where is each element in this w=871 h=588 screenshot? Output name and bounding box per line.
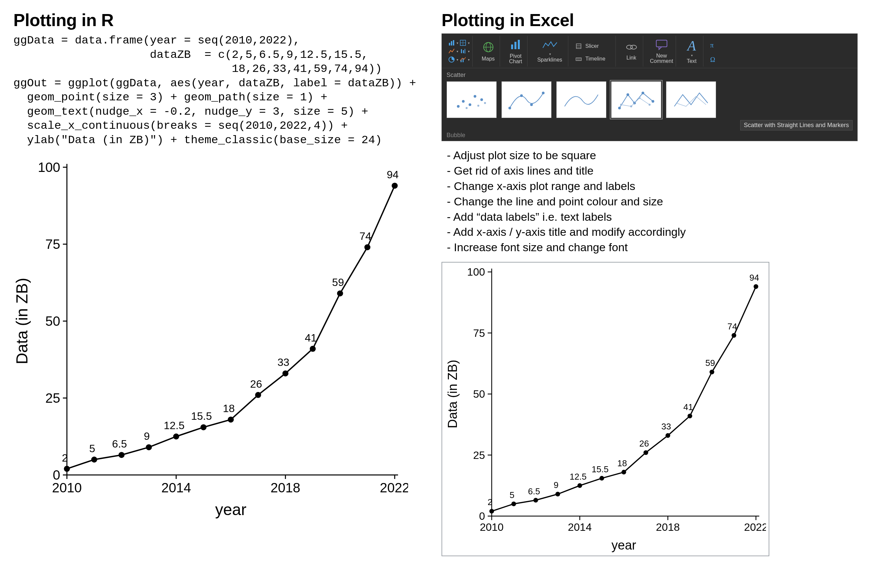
excel-step: Increase font size and change font [447,240,858,255]
r-code-block: ggData = data.frame(year = seq(2010,2022… [13,33,422,147]
excel-step: Get rid of axis lines and title [447,163,858,179]
svg-point-28 [173,434,179,440]
svg-point-30 [201,424,207,430]
r-plot-svg: 02550751002010201420182022256.5912.515.5… [13,157,408,518]
svg-point-24 [118,452,124,458]
svg-text:26: 26 [250,378,262,390]
omega-icon: Ω [710,56,715,64]
timeline-button[interactable]: Timeline [575,55,605,63]
svg-point-78 [480,98,483,101]
stock-chart-icon[interactable] [459,48,467,55]
combo-chart-icon[interactable] [459,56,467,63]
svg-point-32 [228,416,234,422]
svg-point-135 [709,370,714,375]
ribbon-group-filters: Slicer Timeline [572,36,616,67]
svg-text:Data (in ZB): Data (in ZB) [446,360,459,428]
excel-ribbon: ▾ ▾ ▾ ▾ [441,33,858,141]
svg-text:25: 25 [473,449,485,461]
svg-rect-53 [463,50,464,53]
ribbon-group-pivotchart[interactable]: Pivot Chart [504,36,527,67]
svg-text:94: 94 [387,169,399,181]
svg-point-85 [542,92,545,94]
svg-rect-52 [461,49,462,53]
ribbon-label: New Comment [650,53,673,64]
chevron-down-icon: ▾ [456,58,458,61]
svg-point-74 [457,105,459,108]
excel-plot-svg: 02550751002010201420182022256.5912.515.5… [445,265,766,553]
svg-text:2010: 2010 [480,521,503,533]
timeline-icon [575,55,582,63]
svg-text:41: 41 [305,332,317,344]
pie-chart-icon[interactable] [448,56,455,63]
svg-text:50: 50 [473,388,485,400]
ribbon-group-maps[interactable]: Maps [477,36,500,67]
ribbon-group-text[interactable]: A▾ Text [680,36,703,67]
chevron-down-icon: ▾ [456,41,458,45]
svg-point-127 [621,470,626,474]
svg-text:75: 75 [45,237,61,251]
svg-point-80 [477,105,479,107]
svg-point-94 [649,104,651,106]
chevron-down-icon: ▾ [691,54,693,57]
line-chart-icon[interactable] [448,48,455,55]
svg-point-89 [642,92,644,94]
svg-point-93 [639,97,641,99]
scatter-thumb-markers[interactable] [446,81,497,118]
excel-steps-list: Adjust plot size to be squareGet rid of … [447,148,858,255]
ribbon-top-row: ▾ ▾ ▾ ▾ [442,34,857,68]
svg-rect-50 [453,40,454,45]
svg-point-84 [530,103,533,106]
symbol-button[interactable]: Ω [710,56,715,64]
svg-rect-62 [515,42,516,49]
svg-rect-63 [518,40,520,49]
r-plot: 02550751002010201420182022256.5912.515.5… [13,157,422,518]
svg-point-77 [474,95,476,98]
svg-text:2022: 2022 [380,480,408,495]
ribbon-group-sparklines[interactable]: ▾ Sparklines [531,36,568,67]
svg-point-75 [462,100,465,103]
svg-text:59: 59 [332,276,344,288]
svg-text:12.5: 12.5 [570,471,587,482]
svg-point-20 [64,466,70,472]
svg-point-129 [644,450,648,455]
map-chart-icon[interactable] [459,39,467,46]
svg-point-34 [255,392,261,398]
sparkline-icon [542,40,558,51]
svg-point-72 [630,45,636,49]
svg-point-38 [310,346,316,352]
ribbon-group-comment[interactable]: New Comment [647,36,676,67]
svg-text:year: year [215,501,246,518]
heading-plotting-r: Plotting in R [13,10,422,30]
scatter-thumb-smooth[interactable] [556,81,606,118]
scatter-thumb-straight-markers[interactable] [611,81,661,118]
svg-text:94: 94 [750,272,759,283]
svg-point-40 [337,290,343,296]
svg-point-83 [520,94,523,97]
svg-rect-49 [451,41,452,45]
svg-text:100: 100 [467,266,485,278]
svg-text:2014: 2014 [568,521,592,533]
bar-chart-icon[interactable] [448,39,455,46]
svg-text:5: 5 [510,490,515,500]
pi-icon: π [710,42,714,49]
svg-text:15.5: 15.5 [592,464,609,474]
heading-plotting-excel: Plotting in Excel [441,10,858,30]
excel-plot-frame: 02550751002010201420182022256.5912.515.5… [441,262,769,556]
svg-point-36 [282,370,288,376]
equation-button[interactable]: π [710,42,714,49]
scatter-thumb-straight[interactable] [666,81,716,118]
svg-text:18: 18 [223,402,235,414]
svg-point-121 [555,492,560,497]
scatter-thumb-smooth-markers[interactable] [501,81,552,118]
svg-point-44 [392,183,398,189]
excel-step: Change x-axis plot range and labels [447,179,858,194]
svg-text:74: 74 [727,322,737,331]
svg-point-79 [465,107,468,109]
svg-text:2: 2 [62,452,68,464]
svg-point-125 [599,476,604,481]
svg-text:25: 25 [45,391,61,405]
svg-text:12.5: 12.5 [164,419,185,431]
slicer-button[interactable]: Slicer [575,42,599,50]
ribbon-group-link[interactable]: Link [620,36,643,67]
svg-text:59: 59 [705,358,715,368]
